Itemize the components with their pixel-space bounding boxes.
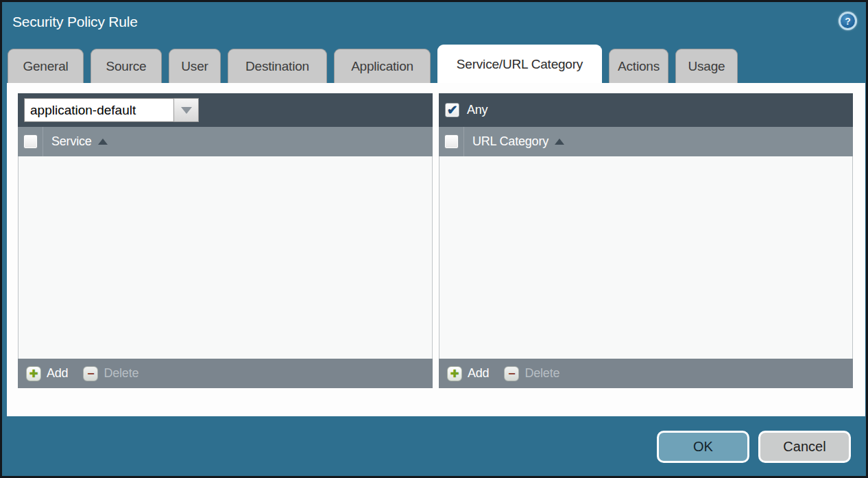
- tab-general[interactable]: General: [8, 49, 84, 83]
- add-plus-icon: ✚: [26, 366, 41, 381]
- service-toolbar: [18, 93, 433, 127]
- service-footer: ✚ Add − Delete: [18, 359, 433, 388]
- tab-user[interactable]: User: [169, 49, 221, 83]
- url-category-footer: ✚ Add − Delete: [439, 359, 853, 388]
- tab-application[interactable]: Application: [334, 49, 431, 83]
- tab-destination[interactable]: Destination: [228, 49, 327, 83]
- url-category-column-label[interactable]: URL Category: [472, 134, 564, 149]
- service-type-combo: [24, 98, 199, 122]
- service-column-label[interactable]: Service: [51, 134, 108, 149]
- add-plus-icon: ✚: [447, 366, 462, 381]
- cancel-button[interactable]: Cancel: [758, 431, 851, 463]
- tab-content-area: Service ✚ Add − Delete ✔ Any: [7, 83, 865, 416]
- service-list[interactable]: [18, 156, 433, 359]
- url-category-add-button[interactable]: ✚ Add: [447, 366, 489, 381]
- chevron-down-icon: [181, 107, 192, 114]
- url-category-delete-button[interactable]: − Delete: [504, 366, 559, 381]
- url-category-column-header: URL Category: [439, 127, 853, 156]
- any-checkbox[interactable]: ✔: [445, 103, 459, 117]
- url-category-panel: ✔ Any URL Category ✚ Add −: [439, 93, 853, 388]
- help-icon: ?: [841, 14, 855, 28]
- url-category-toolbar: ✔ Any: [439, 93, 853, 127]
- dialog-title: Security Policy Rule: [12, 14, 138, 30]
- delete-minus-icon: −: [504, 366, 519, 381]
- url-category-select-all-cell: [439, 127, 464, 156]
- help-button[interactable]: ?: [839, 12, 857, 30]
- sort-ascending-icon: [98, 139, 108, 145]
- service-delete-button[interactable]: − Delete: [83, 366, 138, 381]
- tab-source[interactable]: Source: [91, 49, 162, 83]
- any-label: Any: [467, 103, 487, 117]
- security-policy-rule-dialog: Security Policy Rule ? General Source Us…: [0, 0, 868, 478]
- sort-ascending-icon: [555, 139, 564, 145]
- service-add-button[interactable]: ✚ Add: [26, 366, 68, 381]
- service-select-all-cell: [18, 127, 43, 156]
- tab-bar: General Source User Destination Applicat…: [8, 49, 738, 83]
- tab-usage[interactable]: Usage: [675, 49, 738, 83]
- tab-service-url-category[interactable]: Service/URL Category: [437, 45, 602, 83]
- url-category-list[interactable]: [439, 156, 853, 359]
- delete-minus-icon: −: [83, 366, 98, 381]
- service-column-header: Service: [18, 127, 433, 156]
- tab-actions[interactable]: Actions: [609, 49, 668, 83]
- service-panel: Service ✚ Add − Delete: [18, 93, 433, 388]
- service-type-dropdown-button[interactable]: [173, 98, 199, 122]
- ok-button[interactable]: OK: [657, 431, 749, 463]
- url-category-select-all-checkbox[interactable]: [444, 134, 459, 149]
- service-select-all-checkbox[interactable]: [23, 134, 38, 149]
- service-type-input[interactable]: [24, 98, 173, 122]
